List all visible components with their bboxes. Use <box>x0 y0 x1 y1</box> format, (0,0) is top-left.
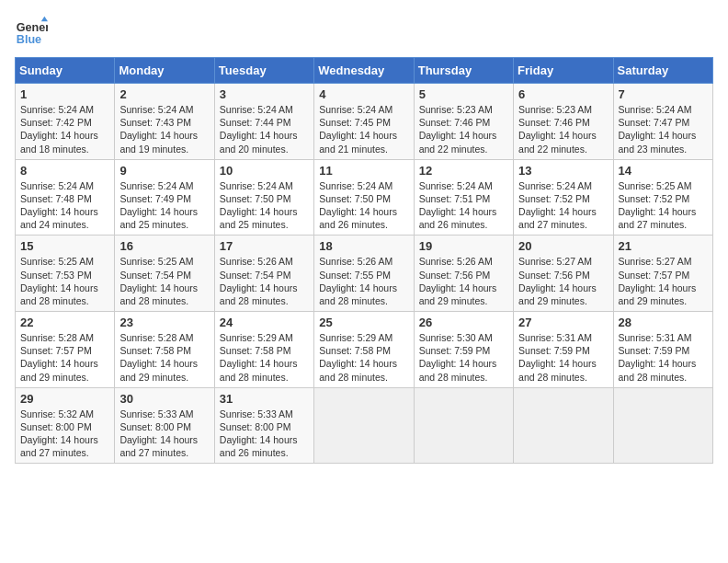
day-number: 9 <box>119 164 209 178</box>
cell-content: Sunrise: 5:24 AMSunset: 7:44 PMDaylight:… <box>220 103 309 155</box>
calendar-cell: 18Sunrise: 5:26 AMSunset: 7:55 PMDayligh… <box>314 236 414 312</box>
day-header-thursday: Thursday <box>414 58 513 84</box>
day-header-tuesday: Tuesday <box>214 58 313 84</box>
cell-content: Sunrise: 5:23 AMSunset: 7:46 PMDaylight:… <box>518 103 608 155</box>
cell-content: Sunrise: 5:24 AMSunset: 7:51 PMDaylight:… <box>419 179 508 232</box>
day-number: 13 <box>518 164 608 178</box>
cell-content: Sunrise: 5:30 AMSunset: 7:59 PMDaylight:… <box>419 331 508 384</box>
day-number: 26 <box>419 316 508 329</box>
calendar-cell: 13Sunrise: 5:24 AMSunset: 7:52 PMDayligh… <box>514 159 613 236</box>
calendar-header-row: SundayMondayTuesdayWednesdayThursdayFrid… <box>16 58 713 84</box>
day-header-sunday: Sunday <box>16 58 115 84</box>
logo-icon: General Blue <box>15 15 48 48</box>
day-number: 1 <box>20 87 109 101</box>
cell-content: Sunrise: 5:31 AMSunset: 7:59 PMDaylight:… <box>619 331 708 384</box>
cell-content: Sunrise: 5:33 AMSunset: 8:00 PMDaylight:… <box>220 408 309 460</box>
calendar-cell: 23Sunrise: 5:28 AMSunset: 7:58 PMDayligh… <box>115 312 214 388</box>
day-number: 29 <box>20 392 109 406</box>
day-number: 4 <box>319 87 408 101</box>
day-number: 18 <box>319 239 408 253</box>
calendar-week-2: 8Sunrise: 5:24 AMSunset: 7:48 PMDaylight… <box>16 159 713 236</box>
calendar-week-3: 15Sunrise: 5:25 AMSunset: 7:53 PMDayligh… <box>16 236 713 312</box>
day-number: 12 <box>419 164 508 178</box>
day-number: 10 <box>220 164 309 178</box>
day-number: 15 <box>20 239 109 253</box>
svg-text:Blue: Blue <box>17 33 41 46</box>
day-header-friday: Friday <box>514 58 613 84</box>
cell-content: Sunrise: 5:25 AMSunset: 7:53 PMDaylight:… <box>20 255 109 307</box>
calendar-cell <box>514 387 613 464</box>
calendar-cell: 2Sunrise: 5:24 AMSunset: 7:43 PMDaylight… <box>115 84 214 160</box>
day-number: 25 <box>319 316 408 329</box>
calendar-cell: 1Sunrise: 5:24 AMSunset: 7:42 PMDaylight… <box>16 84 115 160</box>
day-number: 8 <box>20 164 109 178</box>
calendar-week-5: 29Sunrise: 5:32 AMSunset: 8:00 PMDayligh… <box>16 387 713 464</box>
day-number: 20 <box>518 239 608 253</box>
cell-content: Sunrise: 5:24 AMSunset: 7:45 PMDaylight:… <box>319 103 408 155</box>
calendar-cell: 8Sunrise: 5:24 AMSunset: 7:48 PMDaylight… <box>16 159 115 236</box>
day-number: 3 <box>220 87 309 101</box>
calendar-cell: 16Sunrise: 5:25 AMSunset: 7:54 PMDayligh… <box>115 236 214 312</box>
cell-content: Sunrise: 5:32 AMSunset: 8:00 PMDaylight:… <box>20 408 109 460</box>
day-number: 16 <box>119 239 209 253</box>
calendar-cell: 15Sunrise: 5:25 AMSunset: 7:53 PMDayligh… <box>16 236 115 312</box>
calendar-cell: 9Sunrise: 5:24 AMSunset: 7:49 PMDaylight… <box>115 159 214 236</box>
day-number: 23 <box>119 316 209 329</box>
calendar-week-1: 1Sunrise: 5:24 AMSunset: 7:42 PMDaylight… <box>16 84 713 160</box>
cell-content: Sunrise: 5:28 AMSunset: 7:58 PMDaylight:… <box>119 331 209 384</box>
cell-content: Sunrise: 5:23 AMSunset: 7:46 PMDaylight:… <box>419 103 508 155</box>
cell-content: Sunrise: 5:26 AMSunset: 7:54 PMDaylight:… <box>220 255 309 307</box>
day-number: 7 <box>619 87 708 101</box>
day-header-monday: Monday <box>115 58 214 84</box>
day-number: 28 <box>619 316 708 329</box>
calendar-cell: 24Sunrise: 5:29 AMSunset: 7:58 PMDayligh… <box>214 312 313 388</box>
day-number: 22 <box>20 316 109 329</box>
cell-content: Sunrise: 5:25 AMSunset: 7:52 PMDaylight:… <box>619 179 708 232</box>
calendar-cell <box>613 387 712 464</box>
calendar-week-4: 22Sunrise: 5:28 AMSunset: 7:57 PMDayligh… <box>16 312 713 388</box>
logo: General Blue <box>15 15 48 48</box>
day-number: 2 <box>119 87 209 101</box>
calendar-cell: 12Sunrise: 5:24 AMSunset: 7:51 PMDayligh… <box>414 159 513 236</box>
calendar-cell: 21Sunrise: 5:27 AMSunset: 7:57 PMDayligh… <box>613 236 712 312</box>
calendar-cell <box>314 387 414 464</box>
cell-content: Sunrise: 5:27 AMSunset: 7:56 PMDaylight:… <box>518 255 608 307</box>
day-number: 24 <box>220 316 309 329</box>
page-header: General Blue <box>15 15 713 48</box>
calendar-cell: 20Sunrise: 5:27 AMSunset: 7:56 PMDayligh… <box>514 236 613 312</box>
day-number: 6 <box>518 87 608 101</box>
calendar-cell: 25Sunrise: 5:29 AMSunset: 7:58 PMDayligh… <box>314 312 414 388</box>
day-number: 14 <box>619 164 708 178</box>
calendar-cell: 31Sunrise: 5:33 AMSunset: 8:00 PMDayligh… <box>214 387 313 464</box>
calendar-cell: 27Sunrise: 5:31 AMSunset: 7:59 PMDayligh… <box>514 312 613 388</box>
calendar-cell: 3Sunrise: 5:24 AMSunset: 7:44 PMDaylight… <box>214 84 313 160</box>
calendar-cell: 4Sunrise: 5:24 AMSunset: 7:45 PMDaylight… <box>314 84 414 160</box>
day-number: 30 <box>119 392 209 406</box>
calendar-cell: 5Sunrise: 5:23 AMSunset: 7:46 PMDaylight… <box>414 84 513 160</box>
calendar-cell: 26Sunrise: 5:30 AMSunset: 7:59 PMDayligh… <box>414 312 513 388</box>
cell-content: Sunrise: 5:24 AMSunset: 7:47 PMDaylight:… <box>619 103 708 155</box>
cell-content: Sunrise: 5:28 AMSunset: 7:57 PMDaylight:… <box>20 331 109 384</box>
day-number: 19 <box>419 239 508 253</box>
cell-content: Sunrise: 5:24 AMSunset: 7:42 PMDaylight:… <box>20 103 109 155</box>
svg-marker-2 <box>41 17 48 21</box>
day-number: 27 <box>518 316 608 329</box>
calendar-cell: 30Sunrise: 5:33 AMSunset: 8:00 PMDayligh… <box>115 387 214 464</box>
calendar-cell: 19Sunrise: 5:26 AMSunset: 7:56 PMDayligh… <box>414 236 513 312</box>
cell-content: Sunrise: 5:26 AMSunset: 7:56 PMDaylight:… <box>419 255 508 307</box>
cell-content: Sunrise: 5:24 AMSunset: 7:48 PMDaylight:… <box>20 179 109 232</box>
cell-content: Sunrise: 5:24 AMSunset: 7:52 PMDaylight:… <box>518 179 608 232</box>
day-number: 31 <box>220 392 309 406</box>
day-number: 17 <box>220 239 309 253</box>
cell-content: Sunrise: 5:33 AMSunset: 8:00 PMDaylight:… <box>119 408 209 460</box>
day-number: 21 <box>619 239 708 253</box>
cell-content: Sunrise: 5:24 AMSunset: 7:50 PMDaylight:… <box>220 179 309 232</box>
day-number: 5 <box>419 87 508 101</box>
cell-content: Sunrise: 5:26 AMSunset: 7:55 PMDaylight:… <box>319 255 408 307</box>
cell-content: Sunrise: 5:24 AMSunset: 7:49 PMDaylight:… <box>119 179 209 232</box>
day-header-wednesday: Wednesday <box>314 58 414 84</box>
cell-content: Sunrise: 5:29 AMSunset: 7:58 PMDaylight:… <box>319 331 408 384</box>
calendar-cell: 6Sunrise: 5:23 AMSunset: 7:46 PMDaylight… <box>514 84 613 160</box>
calendar-cell <box>414 387 513 464</box>
calendar-cell: 10Sunrise: 5:24 AMSunset: 7:50 PMDayligh… <box>214 159 313 236</box>
